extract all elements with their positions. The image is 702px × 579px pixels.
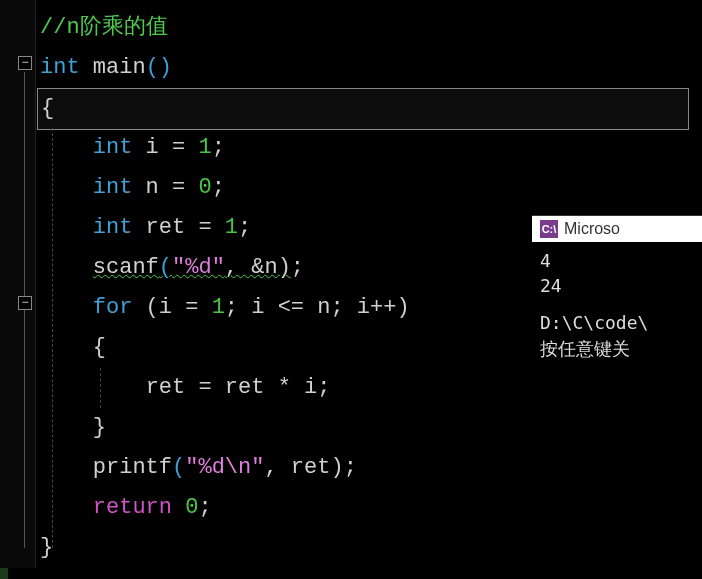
- code-line[interactable]: {: [40, 88, 702, 128]
- keyword-return: return: [93, 495, 172, 520]
- number-literal: 1: [225, 215, 238, 240]
- console-output: 4 24 D:\C\code\ 按任意键关: [532, 242, 702, 367]
- number-literal: 1: [212, 295, 225, 320]
- code-line[interactable]: //n阶乘的值: [40, 8, 702, 48]
- code-line[interactable]: int main(): [40, 48, 702, 88]
- indent-guide: [52, 128, 53, 548]
- keyword-int: int: [93, 215, 133, 240]
- gutter: − −: [0, 0, 36, 568]
- keyword-int: int: [93, 175, 133, 200]
- code-text: ret = ret * i;: [146, 375, 331, 400]
- console-line: 按任意键关: [540, 336, 694, 361]
- fold-toggle-main[interactable]: −: [18, 56, 32, 70]
- semicolon: ;: [212, 135, 225, 160]
- string-literal: "%d\n": [185, 455, 264, 480]
- comment-text: //n阶乘的值: [40, 15, 168, 40]
- brace-open: {: [41, 96, 54, 121]
- parens: (): [146, 55, 172, 80]
- func-scanf: scanf: [93, 255, 159, 280]
- keyword-int: int: [93, 135, 133, 160]
- code-line[interactable]: int n = 0;: [40, 168, 702, 208]
- console-line: 24: [540, 273, 694, 298]
- code-text: (i =: [132, 295, 211, 320]
- paren-open: (: [172, 455, 185, 480]
- semicolon: ;: [291, 255, 304, 280]
- paren-open: (: [159, 255, 172, 280]
- indent-guide: [100, 368, 101, 408]
- fold-line: [24, 72, 25, 548]
- code-text: ret =: [132, 215, 224, 240]
- number-literal: 1: [198, 135, 211, 160]
- number-literal: 0: [185, 495, 198, 520]
- keyword-int: int: [40, 55, 93, 80]
- console-icon: C:\: [540, 220, 558, 238]
- console-line: 4: [540, 248, 694, 273]
- code-line[interactable]: int i = 1;: [40, 128, 702, 168]
- code-text: i =: [132, 135, 198, 160]
- brace-close: }: [93, 415, 106, 440]
- console-title-text: Microso: [564, 220, 620, 238]
- console-titlebar[interactable]: C:\ Microso: [532, 216, 702, 242]
- space: [172, 495, 185, 520]
- current-line-highlight: {: [37, 88, 689, 130]
- code-text: , &n): [225, 255, 291, 280]
- console-window[interactable]: C:\ Microso 4 24 D:\C\code\ 按任意键关: [532, 215, 702, 375]
- func-main: main: [93, 55, 146, 80]
- func-printf: printf: [93, 455, 172, 480]
- fold-toggle-for[interactable]: −: [18, 296, 32, 310]
- keyword-for: for: [93, 295, 133, 320]
- code-line[interactable]: printf("%d\n", ret);: [40, 448, 702, 488]
- semicolon: ;: [238, 215, 251, 240]
- console-line: D:\C\code\: [540, 310, 694, 335]
- code-text: n =: [132, 175, 198, 200]
- code-text: ; i <= n; i++): [225, 295, 410, 320]
- number-literal: 0: [198, 175, 211, 200]
- code-line[interactable]: return 0;: [40, 488, 702, 528]
- brace-open: {: [93, 335, 106, 360]
- string-literal: "%d": [172, 255, 225, 280]
- code-line[interactable]: }: [40, 408, 702, 448]
- code-text: , ret);: [264, 455, 356, 480]
- semicolon: ;: [198, 495, 211, 520]
- code-line[interactable]: }: [40, 528, 702, 568]
- semicolon: ;: [212, 175, 225, 200]
